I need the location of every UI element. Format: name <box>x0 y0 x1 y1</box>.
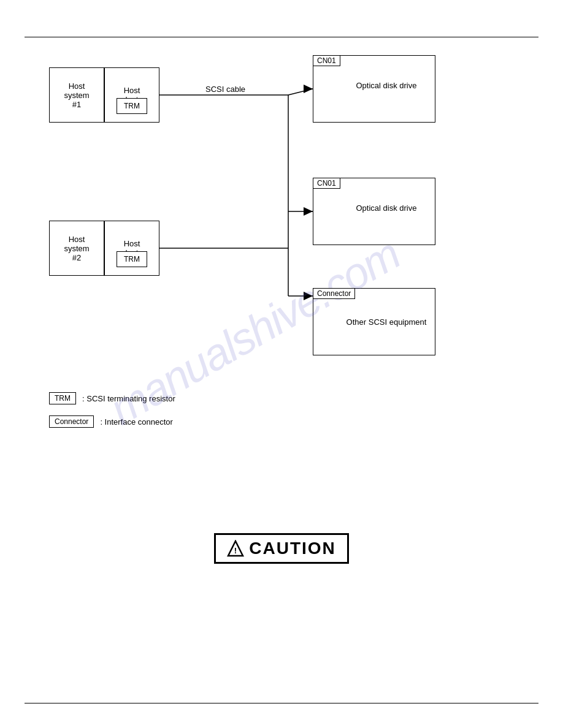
trm-2-box: TRM <box>117 251 147 267</box>
caution-badge: ! CAUTION <box>214 533 349 564</box>
host-system-2-box: Hostsystem#2 <box>49 221 104 276</box>
other-scsi-text: Other SCSI equipment <box>343 317 429 327</box>
caution-area: ! CAUTION <box>0 533 563 564</box>
host-adapter-1-box: Hostadapter <box>104 67 159 123</box>
scsi-cable-label: SCSI cable <box>205 85 245 94</box>
svg-marker-10 <box>304 292 313 300</box>
legend-trm-badge: TRM <box>49 392 76 404</box>
legend-connector: Connector : Interface connector <box>49 415 175 428</box>
trm-1-box: TRM <box>117 98 147 114</box>
legend-trm-description: : SCSI terminating resistor <box>82 394 175 403</box>
legend-area: TRM : SCSI terminating resistor Connecto… <box>49 392 175 439</box>
diagram-area: SCSI cable Hostsystem#1 Hostadapter TRM … <box>49 55 527 374</box>
svg-text:!: ! <box>234 546 237 555</box>
optical-drive-2-text: Optical disk drive <box>343 203 429 213</box>
trm-2-label: TRM <box>124 255 140 264</box>
host-system-1-box: Hostsystem#1 <box>49 67 104 123</box>
cn01-2-label: CN01 <box>313 178 340 189</box>
top-rule <box>25 37 538 37</box>
trm-1-label: TRM <box>124 102 140 110</box>
host-system-1-label: Hostsystem#1 <box>64 82 89 109</box>
caution-triangle-icon: ! <box>227 540 244 557</box>
legend-connector-description: : Interface connector <box>100 417 173 427</box>
host-adapter-2-box: Hostadapter <box>104 221 159 276</box>
bottom-rule <box>25 703 538 703</box>
legend-connector-badge: Connector <box>49 415 94 428</box>
svg-marker-9 <box>304 207 313 216</box>
optical-drive-1-text: Optical disk drive <box>343 81 429 90</box>
svg-line-1 <box>288 89 313 95</box>
legend-trm: TRM : SCSI terminating resistor <box>49 392 175 404</box>
cn01-1-label: CN01 <box>313 55 340 66</box>
svg-marker-8 <box>304 85 313 93</box>
connector-label: Connector <box>313 288 355 299</box>
caution-text: CAUTION <box>249 539 336 558</box>
host-system-2-label: Hostsystem#2 <box>64 235 89 262</box>
